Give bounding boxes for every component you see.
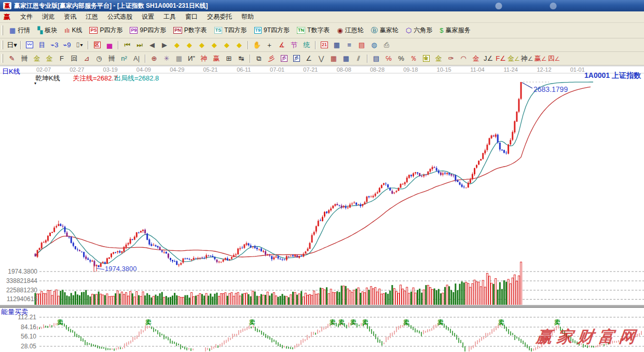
first-bar-button[interactable]: ⏮ (121, 40, 133, 50)
crosshair-button[interactable]: ＋ (264, 40, 275, 50)
star-circle-button[interactable]: ✳ (161, 53, 172, 64)
gold-red-button[interactable]: 金 (470, 53, 482, 64)
zigzag-box-button[interactable]: 〰 (24, 40, 35, 50)
memo-button[interactable]: ≡ (344, 40, 355, 50)
chart-globe-button[interactable]: ◍ (368, 40, 380, 50)
last-bar-button[interactable]: ⏭ (134, 40, 145, 50)
j-angle-button[interactable]: J∠ (483, 53, 494, 64)
gold-circle-button[interactable]: 金 (420, 53, 432, 64)
calendar-21-button[interactable]: 21 (319, 40, 330, 50)
menu-item-浏览[interactable]: 浏览 (37, 11, 59, 23)
box-tool-button[interactable]: ⧉ (253, 53, 265, 64)
menu-item-江恩[interactable]: 江恩 (81, 11, 103, 23)
save-floppy-button[interactable]: ▤ (356, 40, 367, 50)
span-arrows-button[interactable]: ↹ (236, 53, 247, 64)
fan-box-button[interactable]: 彡 (278, 53, 290, 64)
diamond-left-button[interactable]: ◆ (171, 40, 183, 50)
dollar-service-button[interactable]: $赢家服务 (436, 25, 474, 36)
pattern-red-box-button[interactable]: 区 (91, 40, 103, 50)
kline-type-dropdown-icon[interactable]: ▾ (34, 81, 36, 86)
compass-pen-button[interactable]: ✎ (6, 53, 18, 64)
ruler-ticks-button[interactable]: 卌 (19, 53, 30, 64)
menu-item-交易委托[interactable]: 交易委托 (202, 11, 237, 23)
p9-box-button[interactable]: P99P四方形 (126, 25, 170, 36)
diamond-right-button[interactable]: ◆ (184, 40, 195, 50)
arc-tool-button[interactable]: ◠ (458, 53, 469, 64)
shen-tool-button[interactable]: 神 (198, 53, 210, 64)
brush-tool-button[interactable]: ✑ (445, 53, 457, 64)
gold-section-button[interactable]: 金 (31, 53, 43, 64)
ps-box-button[interactable]: PSP四方形 (86, 25, 126, 36)
pn-box-button[interactable]: PNP数字表 (170, 25, 211, 36)
blocks-button[interactable]: ▚板块 (34, 25, 61, 36)
v-lines-button[interactable]: ⋁ (316, 53, 327, 64)
diamond-all-button[interactable]: ◆ (234, 40, 245, 50)
parallel-lines-button[interactable]: ⫽ (353, 53, 364, 64)
ying-tool-button[interactable]: 赢 (211, 53, 222, 64)
mirror-line-button[interactable]: A| (131, 53, 142, 64)
grid-circle-button[interactable]: ▦ (173, 53, 185, 64)
menu-item-资讯[interactable]: 资讯 (59, 11, 81, 23)
menu-item-文件[interactable]: 文件 (16, 11, 37, 23)
gann-tool-purple-button[interactable]: 节 (289, 40, 300, 50)
diamond-compress-button[interactable]: ◆ (209, 40, 220, 50)
kline-type-label[interactable]: 乾坤K线 (35, 74, 60, 83)
chart-area[interactable]: 02-0702-2703-1904-0904-2905-2106-1107-01… (0, 65, 644, 352)
next-bar-button[interactable]: ▶ (159, 40, 170, 50)
gann-wheel-button[interactable]: ◉江恩轮 (333, 25, 367, 36)
menu-item-窗口[interactable]: 窗口 (181, 11, 202, 23)
ruler-ticks-2-button[interactable]: 卌 (106, 53, 117, 64)
panel-splitter[interactable] (0, 305, 644, 308)
grid-red-button[interactable]: ▦ (328, 53, 339, 64)
wave-tool-teal-button[interactable]: 统 (301, 40, 312, 50)
print-button[interactable]: ⎙ (381, 40, 392, 50)
gold-section-2-button[interactable]: 金 (44, 53, 55, 64)
grid-red-2-button[interactable]: ▦ (340, 53, 352, 64)
target-circle-button[interactable]: ⊕ (148, 53, 160, 64)
winner-wheel-button[interactable]: Ⓑ赢家轮 (367, 25, 402, 36)
measure-table-button[interactable]: ▤ (371, 53, 382, 64)
diamond-star-button[interactable]: ◆ (221, 40, 232, 50)
wave-3-button[interactable]: ⌁3 (49, 40, 60, 50)
menu-item-工具[interactable]: 工具 (159, 11, 181, 23)
menu-item-公式选股[interactable]: 公式选股 (103, 11, 137, 23)
volume-histogram-button[interactable]: ▅ (104, 40, 115, 50)
n-squared-button[interactable]: n² (118, 53, 130, 64)
compass-angle-button[interactable]: ⊿ (81, 53, 92, 64)
diamond-expand-button[interactable]: ◆ (196, 40, 208, 50)
fan-box-2-button[interactable]: 彡 (291, 53, 302, 64)
kline-chart-svg[interactable]: 02-0702-2703-1904-0904-2905-2106-1107-01… (0, 65, 644, 352)
menu-item-设置[interactable]: 设置 (137, 11, 159, 23)
grid-123-button[interactable]: ⊞ (223, 53, 235, 64)
percent-button[interactable]: % (395, 53, 407, 64)
ts-box-button[interactable]: TST四方形 (211, 25, 251, 36)
si-angle-button[interactable]: 四∠ (547, 53, 560, 64)
prev-bar-button[interactable]: ◀ (146, 40, 158, 50)
f-angle-button[interactable]: F∠ (495, 53, 506, 64)
candle-single-dropdown-button[interactable]: ⌷▾ (74, 40, 85, 50)
fan-lines-button[interactable]: 彡 (266, 53, 277, 64)
percent-retrace-button[interactable]: ％ (408, 53, 419, 64)
menu-item-帮助[interactable]: 帮助 (237, 11, 258, 23)
spiral-button[interactable]: 回 (68, 53, 80, 64)
wave-9-button[interactable]: ⌁9 (61, 40, 73, 50)
time-circle-button[interactable]: ◷ (93, 53, 105, 64)
ying-angle-button[interactable]: 赢∠ (535, 53, 547, 64)
calculator-button[interactable]: ▦ (331, 40, 342, 50)
hand-drag-button[interactable]: ✋ (251, 40, 263, 50)
f-lines-button[interactable]: F (56, 53, 67, 64)
hexagon-button[interactable]: ⬡六角形 (402, 25, 436, 36)
wave-mark-button[interactable]: И" (186, 53, 197, 64)
indicator-name[interactable]: 能量买卖 (1, 307, 28, 317)
candle-dropdown-button[interactable]: 日▾ (6, 40, 18, 50)
t9-box-button[interactable]: T99T四方形 (251, 25, 294, 36)
quote-grid-button[interactable]: ▦行情 (6, 25, 34, 36)
percent-line-button[interactable]: ℅ (383, 53, 394, 64)
shen-angle-button[interactable]: 神∠ (521, 53, 533, 64)
angle-measure-button[interactable]: ∡ (276, 40, 287, 50)
tn-box-button[interactable]: TNT数字表 (293, 25, 333, 36)
kline-candles-button[interactable]: ılıK线 (61, 25, 86, 36)
gold-lines-button[interactable]: 金 (433, 53, 444, 64)
note-button[interactable]: 目 (36, 40, 48, 50)
gold-angle-button[interactable]: 金∠ (508, 53, 520, 64)
